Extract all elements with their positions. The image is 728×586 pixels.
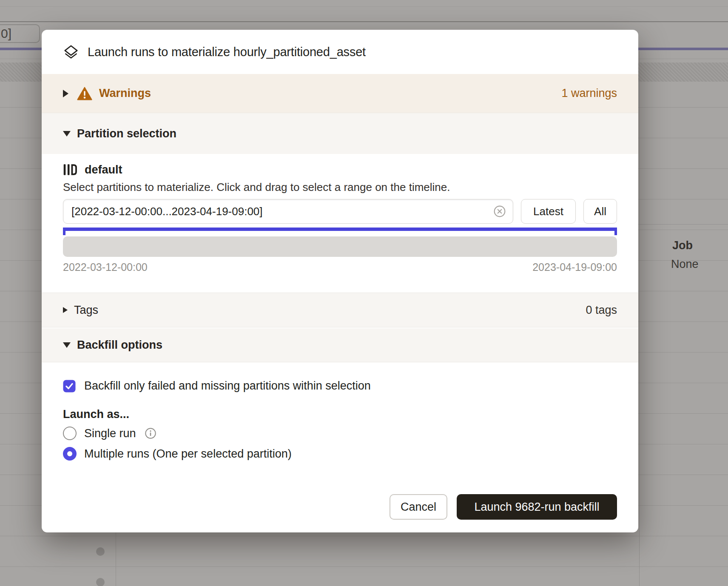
bg-row-divider — [0, 6, 728, 7]
partition-controls: Latest All — [63, 199, 617, 224]
tags-section-header[interactable]: Tags 0 tags — [42, 293, 638, 327]
checkbox-label: Backfill only failed and missing partiti… — [84, 379, 371, 393]
partition-range-input[interactable] — [71, 205, 493, 218]
radio-selected[interactable] — [63, 447, 77, 461]
bg-job-column-header: Job — [672, 239, 693, 252]
launch-backfill-dialog: Launch runs to materialize hourly_partit… — [42, 30, 638, 532]
bg-header-divider — [638, 224, 728, 225]
all-button[interactable]: All — [583, 199, 617, 224]
single-run-radio-row[interactable]: Single run — [63, 425, 617, 441]
bg-status-dot — [96, 578, 105, 586]
warnings-count: 1 warnings — [561, 87, 617, 100]
all-button-label: All — [594, 205, 606, 218]
bg-job-column-value: None — [671, 258, 699, 271]
dimension-name: default — [85, 163, 122, 176]
multiple-runs-radio-row[interactable]: Multiple runs (One per selected partitio… — [63, 446, 617, 462]
dialog-title: Launch runs to materialize hourly_partit… — [88, 45, 366, 59]
timeline-end-label: 2023-04-19-09:00 — [532, 261, 617, 273]
warning-triangle-icon — [77, 87, 92, 100]
chevron-down-icon — [63, 131, 71, 137]
partition-set-icon — [63, 164, 77, 176]
bg-partition-input-text: 0] — [1, 26, 11, 41]
bg-toolbar-divider — [0, 21, 728, 22]
dialog-header: Launch runs to materialize hourly_partit… — [42, 30, 638, 74]
partition-range-field[interactable] — [63, 199, 513, 224]
info-icon[interactable] — [145, 427, 156, 439]
partition-description: Select partitions to materialize. Click … — [63, 180, 617, 194]
timeline-date-labels: 2022-03-12-00:00 2023-04-19-09:00 — [63, 261, 617, 273]
clear-input-icon[interactable] — [493, 205, 506, 218]
backfill-options-body: Backfill only failed and missing partiti… — [42, 362, 638, 532]
chevron-right-icon — [63, 307, 68, 313]
partition-selection-label: Partition selection — [77, 127, 176, 140]
multiple-runs-label: Multiple runs (One per selected partitio… — [84, 447, 292, 461]
backfill-options-label: Backfill options — [77, 339, 162, 352]
single-run-label: Single run — [84, 427, 136, 440]
launch-as-label: Launch as... — [63, 408, 617, 421]
warnings-section-header[interactable]: Warnings 1 warnings — [42, 74, 638, 113]
partition-selection-header[interactable]: Partition selection — [42, 113, 638, 154]
dialog-footer: Cancel Launch 9682-run backfill — [390, 494, 617, 520]
bg-column-divider — [639, 51, 640, 586]
selection-range-indicator — [63, 228, 617, 231]
backfill-options-header[interactable]: Backfill options — [42, 328, 638, 362]
radio-unselected[interactable] — [63, 427, 77, 440]
partition-timeline[interactable] — [63, 236, 617, 257]
checkbox-checked-icon[interactable] — [63, 380, 76, 393]
cancel-button[interactable]: Cancel — [390, 494, 447, 520]
partition-selection-body: default Select partitions to materialize… — [42, 154, 638, 293]
timeline-start-label: 2022-03-12-00:00 — [63, 261, 148, 273]
warnings-label: Warnings — [99, 87, 151, 100]
chevron-down-icon — [63, 342, 71, 348]
tags-count: 0 tags — [586, 304, 617, 317]
bg-status-dot — [96, 547, 105, 556]
tags-label: Tags — [74, 304, 98, 317]
chevron-right-icon — [63, 90, 68, 97]
latest-button-label: Latest — [533, 205, 563, 218]
latest-button[interactable]: Latest — [521, 199, 576, 224]
dimension-row: default — [63, 162, 617, 177]
backfill-only-failed-checkbox-row[interactable]: Backfill only failed and missing partiti… — [63, 379, 617, 393]
asset-layers-icon — [63, 44, 79, 60]
launch-backfill-button[interactable]: Launch 9682-run backfill — [457, 494, 617, 520]
